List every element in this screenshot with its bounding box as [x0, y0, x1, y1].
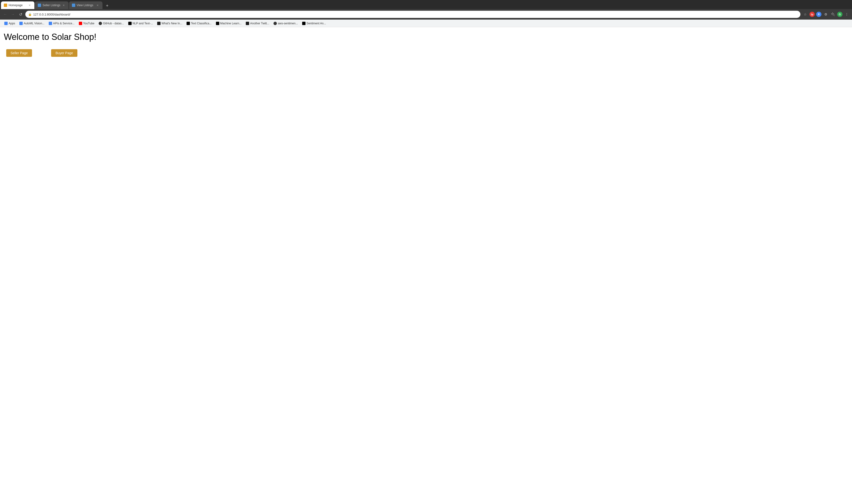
- bookmark-github-datas[interactable]: GitHub - datas...: [97, 20, 126, 26]
- bookmark-nlp[interactable]: NLP and Text-...: [126, 20, 155, 26]
- machine-learn-favicon: [216, 22, 219, 25]
- seller-page-button[interactable]: Seller Page: [6, 49, 32, 57]
- address-input-container[interactable]: 🔒 127.0.0.1:8000/dashboard/: [25, 11, 800, 18]
- bookmark-nlp-label: NLP and Text-...: [132, 22, 153, 25]
- bookmark-sentiment-an[interactable]: Sentiment An...: [300, 20, 328, 26]
- whats-new-favicon: [157, 22, 160, 25]
- tab-bar: Homepage × Seller Listings × View Listin…: [0, 0, 852, 9]
- text-classifica-favicon: [187, 22, 190, 25]
- back-button[interactable]: ←: [2, 12, 8, 17]
- bookmark-apis-label: APIs & Service...: [53, 22, 74, 25]
- bookmarks-bar: Apps AutoML Vision... APIs & Service... …: [0, 20, 852, 27]
- bookmark-github-label: GitHub - datas...: [103, 22, 124, 25]
- tab-favicon-view: [72, 4, 75, 7]
- browser-chrome: Homepage × Seller Listings × View Listin…: [0, 0, 852, 27]
- bookmark-automl[interactable]: AutoML Vision...: [17, 20, 46, 26]
- buttons-row: Seller Page Buyer Page: [6, 49, 848, 57]
- new-tab-button[interactable]: +: [104, 2, 111, 9]
- bookmark-aws-sentiment-label: aws-sentimen...: [278, 22, 298, 25]
- apis-favicon: [49, 22, 52, 25]
- bookmark-whats-new[interactable]: What's New In...: [155, 20, 184, 26]
- aws-sentiment-favicon: [273, 22, 277, 25]
- another-twitt-favicon: [246, 22, 249, 25]
- apps-favicon: [4, 22, 7, 25]
- tab-homepage[interactable]: Homepage ×: [1, 1, 34, 9]
- forward-button[interactable]: →: [10, 12, 16, 17]
- ext-icon-2[interactable]: 🔌: [830, 12, 836, 17]
- youtube-favicon: [79, 22, 82, 25]
- bookmark-machine-learn-label: Machine Learn...: [220, 22, 242, 25]
- github-favicon: [99, 22, 102, 25]
- buyer-page-button[interactable]: Buyer Page: [51, 49, 77, 57]
- reload-button[interactable]: ↺: [18, 12, 23, 17]
- automl-favicon: [19, 22, 23, 25]
- bookmark-another-twitt-label: Another Twitt...: [250, 22, 269, 25]
- star-icon[interactable]: ☆: [802, 12, 808, 17]
- bookmark-youtube-label: YouTube: [83, 22, 94, 25]
- bookmark-automl-label: AutoML Vision...: [24, 22, 45, 25]
- tab-title-view: View Listings: [77, 4, 94, 7]
- page-content: Welcome to Solar Shop! Seller Page Buyer…: [0, 27, 852, 504]
- nlp-favicon: [128, 22, 131, 25]
- bookmark-apps[interactable]: Apps: [2, 20, 17, 26]
- bookmark-another-twitt[interactable]: Another Twitt...: [244, 20, 271, 26]
- bookmark-text-classifica[interactable]: Text Classifica...: [185, 20, 214, 26]
- bookmark-whats-new-label: What's New In...: [161, 22, 182, 25]
- bookmark-machine-learn[interactable]: Machine Learn...: [214, 20, 243, 26]
- tab-favicon-homepage: [4, 4, 7, 7]
- page-title: Welcome to Solar Shop!: [4, 32, 848, 42]
- bookmark-sentiment-an-label: Sentiment An...: [306, 22, 326, 25]
- bookmark-aws-sentiment[interactable]: aws-sentimen...: [271, 20, 300, 26]
- tab-favicon-seller: [38, 4, 41, 7]
- tab-view-listings[interactable]: View Listings ×: [69, 1, 103, 9]
- tab-close-view[interactable]: ×: [96, 3, 100, 7]
- tab-seller-listings[interactable]: Seller Listings ×: [35, 1, 69, 9]
- lock-icon: 🔒: [28, 13, 32, 16]
- toolbar-icons: ☆ lp R ⚙ 🔌 G ⋮: [802, 12, 850, 17]
- tab-title-seller: Seller Listings: [42, 4, 60, 7]
- rikaikun-icon[interactable]: R: [816, 12, 821, 17]
- profile-icon-lastpass[interactable]: lp: [810, 12, 815, 17]
- sentiment-an-favicon: [302, 22, 305, 25]
- bookmark-apps-label: Apps: [8, 22, 15, 25]
- ext-icon-1[interactable]: ⚙: [823, 12, 829, 17]
- tab-close-homepage[interactable]: ×: [28, 3, 32, 7]
- address-text: 127.0.0.1:8000/dashboard/: [33, 13, 798, 16]
- profile-icon-google[interactable]: G: [837, 12, 842, 17]
- bookmark-apis[interactable]: APIs & Service...: [47, 20, 76, 26]
- tab-title-homepage: Homepage: [8, 4, 26, 7]
- bookmark-youtube[interactable]: YouTube: [77, 20, 96, 26]
- address-bar: ← → ↺ 🔒 127.0.0.1:8000/dashboard/ ☆ lp R…: [0, 9, 852, 20]
- tab-close-seller[interactable]: ×: [62, 3, 66, 7]
- bookmark-text-classifica-label: Text Classifica...: [191, 22, 212, 25]
- menu-icon[interactable]: ⋮: [844, 12, 850, 17]
